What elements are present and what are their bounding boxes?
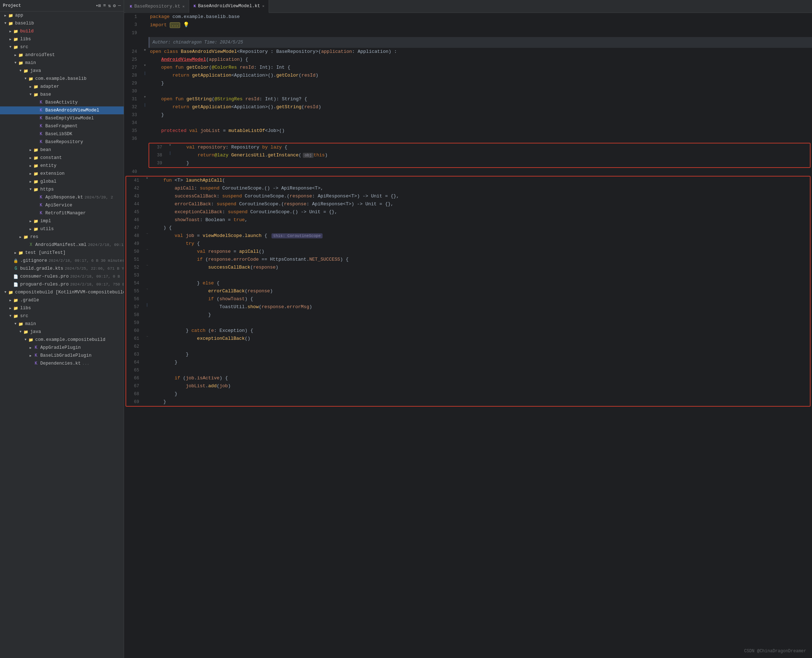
sidebar-item-impl[interactable]: 📁 impl [0,217,124,225]
sidebar-item-basefragment[interactable]: K BaseFragment [0,122,124,130]
sidebar-item-libs2[interactable]: 📁 libs [0,304,124,312]
sidebar-item-compositebuild[interactable]: 📁 compositebuild [KotlinMVVM-compositebu… [0,288,124,296]
import-collapse-box[interactable]: ... [170,22,180,28]
line-number: 25 [124,56,141,64]
code-editor[interactable]: 1 package com.example.baselib.base 3 imp… [124,13,812,658]
folder-icon: 📁 [33,171,39,177]
item-label: proguard-rules.pro [20,282,69,287]
sidebar-item-global[interactable]: 📁 global [0,178,124,185]
line-content: } [150,398,810,406]
line-gutter: | [144,303,150,307]
sidebar-item-baselib[interactable]: 📁 baselib [0,19,124,27]
code-line: 68 } [126,390,810,398]
minimize-icon[interactable]: — [118,3,121,8]
kotlin-icon: K [38,116,44,121]
sidebar-item-entity[interactable]: 📁 entity [0,162,124,170]
sidebar-item-java[interactable]: 📁 java [0,67,124,75]
dropdown-icon[interactable]: ▾ [96,3,98,8]
sidebar-item-res[interactable]: 📁 res [0,233,124,241]
kotlin-tab-icon: K [193,4,196,8]
sidebar-item-gitignore[interactable]: 🔒 .gitignore 2024/2/18, 09:17, 6 B 30 mi… [0,257,124,265]
sidebar-item-androidtest[interactable]: 📁 androidTest [0,51,124,59]
sidebar-item-baselibgradleplugin[interactable]: K BaseLibGradlePlugin [0,352,124,360]
fold-icon[interactable]: ▼ [169,144,171,147]
sidebar-item-dot-gradle[interactable]: 📁 .gradle [0,296,124,304]
folder-icon: 📁 [33,163,39,169]
sidebar-item-appgradleplugin[interactable]: K AppGradlePlugin [0,344,124,352]
line-content: apiCall: suspend CoroutineScope.() -> Ap… [150,185,810,193]
file-icon: 📄 [13,274,19,279]
line-number: 34 [124,119,141,127]
kotlin-icon: K [38,194,44,200]
code-line: 49 try { [126,240,810,248]
sidebar-item-src2[interactable]: 📁 src [0,312,124,320]
sidebar-item-test[interactable]: 📁 test [unitTest] [0,249,124,257]
tab-baserepository[interactable]: K BaseRepository.kt ✕ [125,0,189,13]
sidebar-item-baserepository[interactable]: K BaseRepository [0,138,124,146]
line-number: 45 [126,208,144,216]
breakpoint-icon[interactable]: ◆ [144,48,146,52]
editor: K BaseRepository.kt ✕ K BaseAndroidViewM… [124,0,812,658]
author-note: Author: chinadragon Time: 2024/5/25 [149,37,812,48]
sidebar-item-consumer-rules[interactable]: 📄 consumer-rules.pro 2024/2/18, 09:17, 0… [0,273,124,280]
item-label: base [40,92,51,97]
sidebar-item-com-example-baselib[interactable]: 📁 com.example.baselib [0,75,124,83]
arrow-icon [28,180,33,184]
sidebar-item-retrofitmanager[interactable]: K RetrofitManager [0,209,124,217]
sidebar-item-extension[interactable]: 📁 extension [0,170,124,178]
sidebar-item-proguard-rules[interactable]: 📄 proguard-rules.pro 2024/2/18, 09:17, 7… [0,280,124,288]
sidebar-item-apiservice[interactable]: K ApiService [0,201,124,209]
line-number: 29 [124,80,141,88]
sidebar-item-src[interactable]: 📁 src [0,43,124,51]
line-content: import ... 💡 [149,21,812,29]
item-label: src [20,313,28,318]
layout-icon[interactable]: ⊞ [98,3,101,9]
sidebar-item-app[interactable]: 📁 app [0,11,124,19]
folder-icon: 📁 [33,179,39,185]
sidebar-item-baseandroidviewmodel[interactable]: K BaseAndroidViewModel [0,107,124,114]
sort-icon[interactable]: ⇅ [108,3,111,9]
sidebar-item-apiresponse[interactable]: K ApiResponse.kt 2024/5/20, 2 [0,193,124,201]
line-content: showToast: Boolean = true, [150,216,810,224]
collapse-icon[interactable]: ≡ [103,3,106,8]
tab-close-icon[interactable]: ✕ [182,4,185,9]
line-content: } [150,359,810,367]
sidebar-item-baselibsdk[interactable]: K BaseLibSDK [0,130,124,138]
arrow-icon [3,22,8,25]
tab-close-icon[interactable]: ✕ [262,4,264,8]
sidebar-item-https[interactable]: 📁 https [0,185,124,193]
sidebar-item-constant[interactable]: 📁 constant [0,154,124,162]
line-content: } else { [150,279,810,287]
settings-icon[interactable]: ⚙ [113,3,116,9]
sidebar-item-main2[interactable]: 📁 main [0,320,124,328]
sidebar-item-dependencies[interactable]: K Dependencies.kt ... [0,360,124,368]
tab-label: BaseRepository.kt [135,4,180,9]
sidebar-item-baseactivity[interactable]: K BaseActivity [0,99,124,107]
arrow-icon [28,148,33,152]
sidebar-item-baseemptyviewmodel[interactable]: K BaseEmptyViewModel [0,114,124,122]
fold-icon[interactable]: ▼ [144,95,146,99]
sidebar-item-utils[interactable]: 📁 utils [0,225,124,233]
code-line: 35 protected val jobList = mutableListOf… [124,127,812,135]
line-content: ) { [150,224,810,232]
sidebar-item-build-gradle[interactable]: G build.gradle.kts 2024/5/25, 22:06, 671… [0,265,124,273]
highlighted-block-1: 37 ▼ val repository: Repository by lazy … [149,143,810,168]
sidebar-item-build[interactable]: 📁 build [0,27,124,35]
sidebar-item-bean[interactable]: 📁 bean [0,146,124,154]
editor-tab-bar: K BaseRepository.kt ✕ K BaseAndroidViewM… [124,0,812,13]
fold-icon[interactable]: ▼ [144,64,146,67]
sidebar-item-adapter[interactable]: 📁 adapter [0,83,124,91]
arrow-icon [13,251,18,255]
item-meta: ... [82,361,89,366]
line-number: 46 [126,216,144,224]
line-gutter: | [141,72,149,75]
tab-baseandroidviewmodel[interactable]: K BaseAndroidViewModel.kt ✕ [189,0,269,13]
sidebar-item-com-example-compositebuild[interactable]: 📁 com.example.compositebuild [0,336,124,344]
sidebar-item-main[interactable]: 📁 main [0,59,124,67]
sidebar-item-libs[interactable]: 📁 libs [0,35,124,43]
sidebar-item-java2[interactable]: 📁 java [0,328,124,336]
sidebar-item-androidmanifest[interactable]: X AndroidManifest.xml 2024/2/18, 09:17, [0,241,124,249]
code-line: 55 → errorCallBack(response) [126,287,810,295]
sidebar-item-base[interactable]: 📁 base [0,91,124,99]
sidebar-title[interactable]: Project [3,3,94,8]
